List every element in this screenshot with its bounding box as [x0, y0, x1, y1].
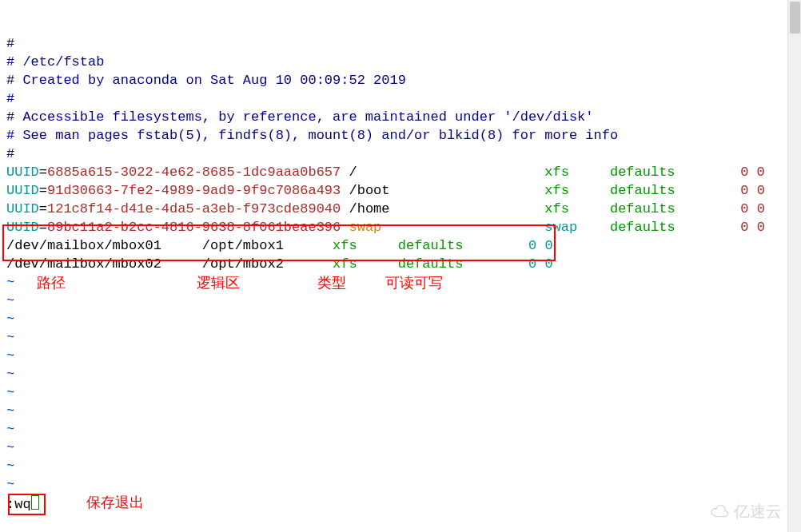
empty-line-tilde: ~	[6, 422, 14, 437]
fstab-row: UUID=91d30663-7fe2-4989-9ad9-9f9c7086a49…	[6, 183, 765, 198]
annotation-path: 路径	[37, 274, 66, 292]
empty-line-tilde: ~	[6, 459, 14, 474]
comment-line: #	[6, 36, 14, 51]
fstab-row: UUID=121c8f14-d41e-4da5-a3eb-f973cde8904…	[6, 201, 765, 216]
fstab-row: UUID=6885a615-3022-4e62-8685-1dc9aaa0b65…	[6, 165, 765, 180]
scrollbar[interactable]	[787, 0, 801, 532]
fstab-row-custom: /dev/mailbox/mbox02 /opt/mbox2 xfs defau…	[6, 256, 553, 272]
scrollbar-thumb[interactable]	[790, 2, 800, 34]
colon: :	[6, 497, 14, 512]
empty-line-tilde: ~	[6, 275, 14, 290]
comment-line: # /etc/fstab	[6, 54, 104, 69]
watermark-text: 亿速云	[734, 502, 782, 521]
cloud-icon	[708, 504, 731, 520]
annotation-logic: 逻辑区	[197, 274, 240, 292]
annotation-save: 保存退出	[86, 494, 144, 512]
empty-line-tilde: ~	[6, 367, 14, 382]
command-text: wq	[14, 497, 30, 512]
comment-line: # See man pages fstab(5), findfs(8), mou…	[6, 128, 618, 143]
empty-line-tilde: ~	[6, 312, 14, 327]
empty-line-tilde: ~	[6, 385, 14, 400]
annotation-type: 类型	[317, 274, 346, 292]
watermark: 亿速云	[708, 502, 782, 521]
cursor-icon	[31, 495, 39, 510]
fstab-row-custom: /dev/mailbox/mbox01 /opt/mbox1 xfs defau…	[6, 238, 553, 253]
empty-line-tilde: ~	[6, 403, 14, 419]
empty-line-tilde: ~	[6, 330, 14, 345]
annotation-rw: 可读可写	[385, 274, 443, 292]
empty-line-tilde: ~	[6, 348, 14, 363]
empty-line-tilde: ~	[6, 440, 14, 455]
fstab-row: UUID=89bc11a2-b2cc-4816-9638-8f061beae39…	[6, 220, 765, 235]
editor-area[interactable]: # # /etc/fstab # Created by anaconda on …	[6, 16, 782, 494]
comment-line: #	[6, 146, 14, 161]
empty-line-tilde: ~	[6, 477, 14, 492]
comment-line: # Created by anaconda on Sat Aug 10 00:0…	[6, 73, 406, 88]
comment-line: #	[6, 91, 14, 106]
empty-line-tilde: ~	[6, 293, 14, 308]
comment-line: # Accessible filesystems, by reference, …	[6, 109, 594, 125]
vim-command-line[interactable]: :wq	[6, 495, 39, 514]
